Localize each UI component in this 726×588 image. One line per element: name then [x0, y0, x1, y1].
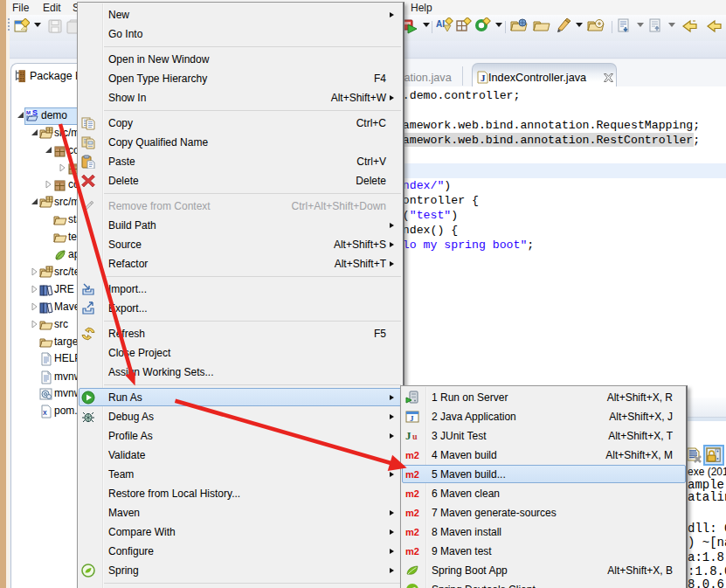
svg-text:m2: m2 — [405, 469, 419, 480]
svg-text:m2: m2 — [405, 488, 419, 499]
svg-text:m2: m2 — [405, 450, 419, 460]
svg-text:m2: m2 — [405, 527, 419, 537]
svg-text:m2: m2 — [405, 508, 419, 518]
svg-text:S: S — [32, 109, 38, 117]
svg-text:X: X — [43, 410, 47, 416]
svg-text:u: u — [412, 432, 418, 441]
svg-text:AI: AI — [436, 19, 445, 29]
svg-text:J: J — [481, 73, 486, 83]
svg-text:m2: m2 — [405, 546, 419, 557]
svg-text:J: J — [410, 414, 414, 423]
svg-text:M: M — [26, 110, 31, 115]
svg-text:J: J — [405, 429, 411, 442]
